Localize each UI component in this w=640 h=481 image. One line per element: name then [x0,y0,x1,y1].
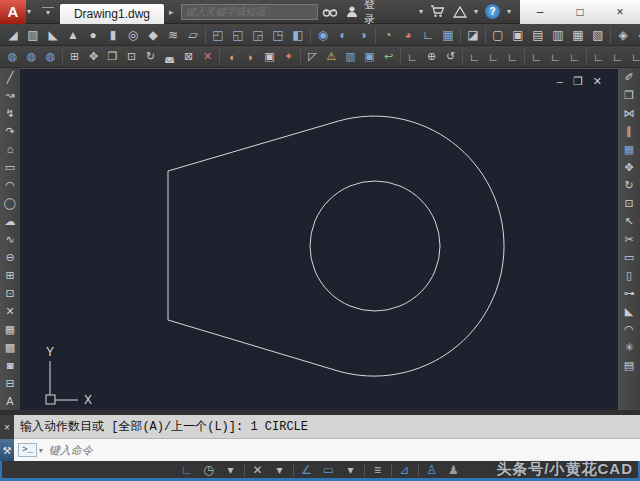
check-icon[interactable]: ◍ [41,47,60,67]
command-prompt-icon[interactable]: >_ [18,443,37,457]
free-orbit-icon[interactable]: ◕ [398,25,418,45]
extract-edges-icon[interactable]: ⊡ [122,47,141,67]
slice-icon[interactable]: ◛ [160,47,179,67]
shell-icon[interactable]: ▣ [260,47,279,67]
scale-icon[interactable]: ⊡ [620,194,638,212]
lineweight-icon[interactable]: ≡ [367,462,389,478]
search-input[interactable] [182,6,318,17]
view-left-icon[interactable]: ▤ [528,25,548,45]
close-button[interactable]: × [600,5,640,19]
stretch-icon[interactable]: ↖ [620,212,638,230]
gradient-icon[interactable]: ◙ [1,356,19,374]
app-store-cart-icon[interactable] [426,0,449,24]
region-icon[interactable]: ▩ [1,338,19,356]
polysolid-icon[interactable]: ◰ [208,25,228,45]
file-tab[interactable]: Drawing1.dwg [60,4,164,24]
imprint-icon[interactable]: ◸ [303,47,322,67]
maximize-button[interactable]: □ [560,5,600,19]
command-close-icon[interactable]: × [4,415,10,439]
arc-icon[interactable]: ◠ [1,176,19,194]
isodraft-icon[interactable]: ◷ [198,462,220,478]
rectangle-icon[interactable]: ▭ [1,158,19,176]
join-icon[interactable]: ⊶ [620,284,638,302]
visual-style-wireframe-icon[interactable]: ◇ [633,25,640,45]
sign-in-dropdown-icon[interactable]: ▾ [416,7,426,16]
isodraft-dropdown-icon[interactable]: ▾ [220,462,242,478]
ramp-icon[interactable]: ◣ [43,25,63,45]
ucs-x-icon[interactable]: ∟ [589,47,608,67]
autosnap-tracking-icon[interactable]: ✕ [247,462,269,478]
line-icon[interactable]: ╱ [1,68,19,86]
a360-icon[interactable] [449,0,471,24]
subtract-icon[interactable]: ◐ [333,25,353,45]
user-icon[interactable] [342,0,362,24]
section-plane-icon[interactable]: ◪ [463,25,483,45]
interfere-icon[interactable]: ◍ [3,47,22,67]
return-icon[interactable]: ↩ [379,47,398,67]
copy-icon[interactable]: ❐ [620,86,638,104]
help-search-box[interactable] [181,4,319,20]
ucs-z-icon[interactable]: ∟ [627,47,640,67]
search-icon[interactable] [318,0,342,24]
a360-dropdown-icon[interactable]: ▾ [471,7,481,16]
insert-block-icon[interactable]: ⊞ [1,266,19,284]
sign-in-label[interactable]: 登录 [362,0,388,27]
thicken-icon[interactable]: ▥ [341,47,360,67]
array-icon[interactable]: ▦ [620,140,638,158]
chamfer-edge-icon[interactable]: ◗ [241,47,260,67]
viewcube-icon[interactable]: ▦ [438,25,458,45]
wrench-icon[interactable]: ⚒ [0,439,14,461]
ucs-corner-icon[interactable]: ∟ [418,25,438,45]
ucs-world-icon[interactable]: ∟ [403,47,422,67]
extend-icon[interactable]: ▭ [620,248,638,266]
polygon-icon[interactable]: ⌂ [1,140,19,158]
break-icon[interactable]: ▯ [620,266,638,284]
sphere-icon[interactable]: ● [83,25,103,45]
analysis-icon[interactable]: ◍ [22,47,41,67]
make-block-icon[interactable]: ⊡ [1,284,19,302]
polyline-icon[interactable]: ↝ [1,86,19,104]
revolve-icon[interactable]: ◧ [288,25,308,45]
align-3d-icon[interactable]: ⊠ [179,47,198,67]
planar-surface-icon[interactable]: ▱ [183,25,203,45]
ucs-origin-icon[interactable]: ∟ [527,47,546,67]
view-right-icon[interactable]: ▥ [548,25,568,45]
hatch-icon[interactable]: ▦ [1,320,19,338]
table-icon[interactable]: ⊟ [1,374,19,392]
ucs-y-icon[interactable]: ∟ [608,47,627,67]
visual-style-2d-icon[interactable]: ◈ [613,25,633,45]
chamfer-icon[interactable]: ◣ [620,302,638,320]
circle-icon[interactable]: ◯ [1,194,19,212]
trim-icon[interactable]: ✂ [620,230,638,248]
view-front-icon[interactable]: ▦ [568,25,588,45]
inner-circle-entity[interactable] [310,181,440,311]
view-back-icon[interactable]: ▧ [588,25,608,45]
text-icon[interactable]: A [1,392,19,410]
ucs-previous-icon[interactable]: ⊕ [422,47,441,67]
print-3d-icon[interactable]: ▤ [620,356,638,374]
recent-commands-dropdown-icon[interactable]: ▾ [39,446,43,455]
object-snap-icon[interactable]: ▭ [318,462,340,478]
presspull-icon[interactable]: ⊞ [65,47,84,67]
loft-icon[interactable]: ◳ [268,25,288,45]
ucs-undo-icon[interactable]: ↺ [441,47,460,67]
help-dropdown-icon[interactable]: ▾ [504,7,514,16]
annotation-autoscale-icon[interactable]: ♟ [443,462,465,478]
view-bottom-icon[interactable]: ▣ [508,25,528,45]
cylinder-icon[interactable]: ▮ [103,25,123,45]
outer-profile-polyline[interactable] [168,116,504,376]
app-menu-dropdown-icon[interactable]: ▾ [27,7,31,16]
polar-angle-icon[interactable]: ∠ [296,462,318,478]
autosnap-dropdown-icon[interactable]: ▾ [269,462,291,478]
point-icon[interactable]: ✕ [1,302,19,320]
sweep-icon[interactable]: ◲ [248,25,268,45]
ucs-view-icon[interactable]: ∟ [503,47,522,67]
tab-overflow-icon[interactable]: ▸ [164,7,179,17]
delete-faces-icon[interactable]: ✕ [198,47,217,67]
app-logo[interactable]: A [0,0,26,24]
solid-check-icon[interactable]: ✦ [279,47,298,67]
snap-mode-icon[interactable]: ∟ [176,462,198,478]
ellipse-icon[interactable]: ⊖ [1,248,19,266]
command-input[interactable] [49,444,349,456]
move-3d-icon[interactable]: ✥ [84,47,103,67]
